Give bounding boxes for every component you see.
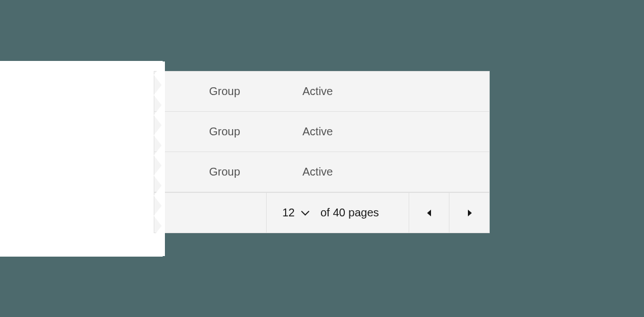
next-page-button[interactable]: [449, 193, 489, 233]
pagination-bar: 12 of 40 pages: [154, 192, 489, 233]
current-page-number: 12: [282, 206, 295, 219]
pagination-spacer: [154, 193, 266, 233]
prev-page-button[interactable]: [409, 193, 449, 233]
cell-group: Group: [154, 125, 302, 138]
svg-marker-1: [468, 210, 472, 216]
table-row[interactable]: Group Active: [154, 112, 489, 152]
data-table-fragment: Group Active Group Active Group Active 1…: [154, 71, 490, 233]
chevron-down-icon: [300, 208, 310, 218]
cell-group: Group: [154, 165, 302, 178]
caret-left-icon: [427, 210, 432, 216]
table-row[interactable]: Group Active: [154, 152, 489, 192]
cell-status: Active: [302, 85, 333, 98]
table-row[interactable]: Group Active: [154, 72, 489, 112]
cell-group: Group: [154, 85, 302, 98]
cropped-left-panel: [0, 61, 163, 257]
caret-right-icon: [467, 210, 472, 216]
page-total-label: of 40 pages: [320, 206, 379, 219]
page-select[interactable]: 12: [282, 206, 310, 219]
svg-marker-0: [427, 210, 431, 216]
pagination-page-info: 12 of 40 pages: [266, 193, 409, 233]
cell-status: Active: [302, 165, 333, 178]
cell-status: Active: [302, 125, 333, 138]
